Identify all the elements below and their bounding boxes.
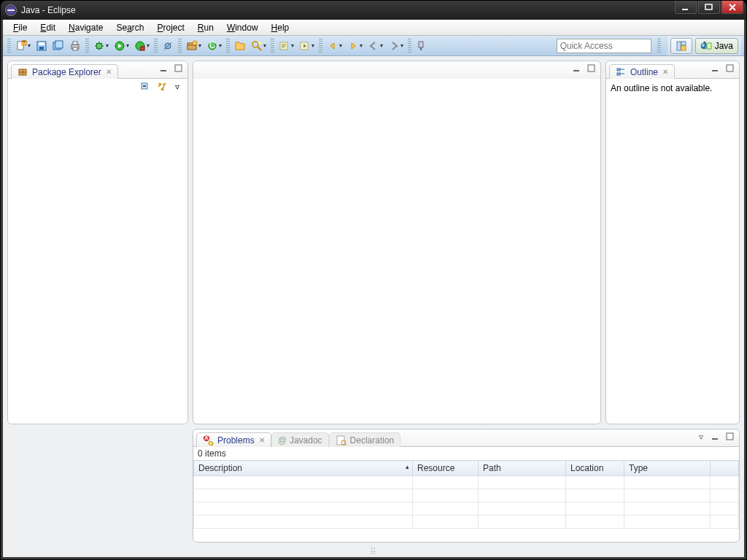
search-button[interactable]: ▾ [249,38,268,54]
view-minimize-button[interactable] [710,63,721,74]
svg-point-20 [193,41,197,45]
toolbar-grip[interactable] [85,39,89,53]
col-resource[interactable]: Resource [413,461,479,476]
view-minimize-button[interactable] [158,63,170,74]
menu-help[interactable]: Help [266,21,295,34]
skip-breakpoints-button[interactable] [160,38,176,54]
menu-run[interactable]: Run [192,21,220,34]
open-perspective-button[interactable] [670,38,692,54]
sash-grip-icon[interactable]: ⠿ [370,547,378,557]
collapse-all-button[interactable] [139,81,151,93]
tab-label: Package Explorer [32,67,101,77]
tab-javadoc[interactable]: @ Javadoc [271,432,329,447]
window-close-button[interactable] [721,1,743,14]
toolbar-grip[interactable] [319,39,322,53]
tab-outline[interactable]: Outline ✕ [609,64,675,79]
svg-rect-38 [175,65,182,71]
forward-history-button[interactable]: ▾ [345,38,365,54]
window-minimize-button[interactable] [675,1,697,14]
problems-icon: x [203,435,214,446]
toolbar-grip[interactable] [657,39,661,53]
view-maximize-button[interactable] [173,63,185,74]
close-icon[interactable]: ✕ [106,68,112,76]
col-path[interactable]: Path [479,461,566,476]
view-maximize-button[interactable] [724,431,736,443]
debug-button[interactable]: ▾ [91,38,111,54]
view-maximize-button[interactable] [724,63,736,74]
svg-point-23 [252,42,258,47]
toolbar-grip[interactable] [178,39,182,53]
toggle-annotation-button[interactable]: ▾ [276,38,296,54]
open-type-button[interactable] [232,38,248,54]
tab-label: Declaration [350,435,395,446]
svg-rect-7 [39,47,44,50]
toolbar-grip[interactable] [226,39,230,53]
table-row[interactable] [194,489,739,502]
svg-rect-30 [677,42,681,50]
close-icon[interactable]: ✕ [259,436,265,444]
menu-edit[interactable]: Edit [34,21,61,34]
toolbar-grip[interactable] [154,39,158,53]
svg-rect-43 [617,69,620,71]
editor-body[interactable] [193,79,600,424]
col-description[interactable]: Description [194,461,413,476]
tab-declaration[interactable]: Declaration [329,432,401,447]
svg-text:+: + [21,40,26,47]
view-menu-button[interactable]: ▿ [695,431,707,443]
save-all-button[interactable] [50,38,66,54]
print-button[interactable] [67,38,83,54]
run-button[interactable]: ▾ [112,38,131,54]
new-class-button[interactable]: C▾ [204,38,224,54]
new-package-button[interactable]: ▾ [184,38,204,54]
java-perspective-button[interactable]: JJava [695,38,738,54]
link-with-editor-button[interactable] [155,81,167,93]
pin-editor-button[interactable] [414,38,430,54]
quick-access-input[interactable] [557,39,651,53]
menu-project[interactable]: Project [151,21,190,34]
tab-problems[interactable]: x Problems ✕ [196,432,271,447]
table-row[interactable] [194,502,739,516]
svg-point-25 [258,42,261,44]
menu-window[interactable]: Window [221,21,264,34]
nav-forward-button[interactable]: ▾ [386,38,406,54]
table-row[interactable] [194,476,739,489]
new-button[interactable]: +▾ [13,38,33,54]
run-last-button[interactable]: ▾ [132,38,152,54]
problems-count: 0 items [193,447,739,460]
tab-package-explorer[interactable]: Package Explorer ✕ [11,64,118,79]
view-minimize-button[interactable] [571,63,583,74]
view-maximize-button[interactable] [586,63,597,74]
next-annotation-button[interactable]: ▾ [297,38,317,54]
table-row[interactable] [194,516,739,529]
col-spacer[interactable] [710,461,738,476]
package-explorer-body[interactable] [8,95,187,424]
view-menu-button[interactable]: ▿ [171,81,183,93]
back-history-button[interactable]: ▾ [325,38,344,54]
toolbar-grip[interactable] [271,39,274,53]
svg-rect-28 [419,42,423,47]
editor-area [193,61,601,424]
menu-search[interactable]: Search [110,21,150,34]
problems-table[interactable]: Description Resource Path Location Type [193,460,739,529]
nav-back-button[interactable]: ▾ [365,38,385,54]
javadoc-icon: @ [278,435,287,446]
titlebar[interactable]: Java - Eclipse [1,1,746,20]
toolbar-grip[interactable] [408,39,411,53]
menu-file[interactable]: File [7,21,33,34]
outline-empty-text: An outline is not available. [611,83,712,93]
svg-rect-16 [141,47,144,50]
window-maximize-button[interactable] [698,1,720,14]
svg-point-13 [96,43,102,49]
svg-rect-1 [705,4,712,9]
problems-view: x Problems ✕ @ Javadoc Declaration [193,429,740,542]
close-icon[interactable]: ✕ [662,68,668,76]
svg-rect-9 [55,41,63,48]
svg-rect-11 [73,42,77,44]
col-location[interactable]: Location [566,461,624,476]
view-minimize-button[interactable] [710,431,721,443]
menu-navigate[interactable]: Navigate [63,21,109,34]
save-button[interactable] [34,38,50,54]
perspective-label: Java [715,41,733,51]
toolbar-grip[interactable] [7,39,11,53]
col-type[interactable]: Type [624,461,711,476]
